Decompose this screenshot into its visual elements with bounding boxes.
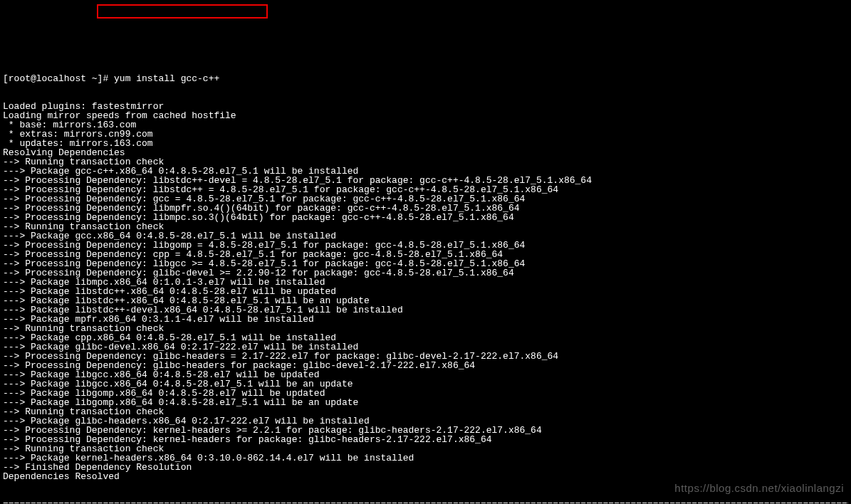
- output-line: --> Finished Dependency Resolution: [3, 463, 848, 472]
- output-line: Dependencies Resolved: [3, 472, 848, 481]
- prompt-line: [root@localhost ~]# yum install gcc-c++: [3, 74, 848, 83]
- watermark-text: https://blog.csdn.net/xiaolinlangzi: [674, 483, 844, 493]
- output-line: * updates: mirrors.163.com: [3, 139, 848, 148]
- terminal-output[interactable]: [root@localhost ~]# yum install gcc-c++ …: [0, 56, 851, 504]
- table-divider-top: ========================================…: [3, 500, 848, 504]
- command-highlight-box: [97, 4, 268, 19]
- dependency-resolution-output: Loaded plugins: fastestmirrorLoading mir…: [3, 102, 848, 481]
